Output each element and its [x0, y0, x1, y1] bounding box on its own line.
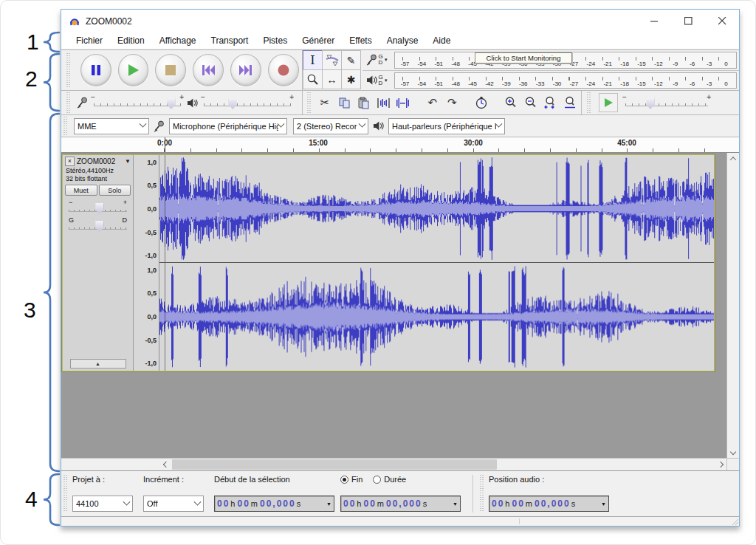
draw-tool-button[interactable]: ✎ [341, 50, 361, 70]
maximize-button[interactable] [671, 10, 705, 32]
playback-device-select[interactable]: Haut-parleurs (Périphérique I [388, 118, 505, 134]
stop-button[interactable] [155, 54, 186, 86]
scroll-up-button[interactable] [728, 153, 739, 165]
multi-tool-button[interactable]: ✱ [341, 69, 361, 89]
vertical-ruler-left-channel[interactable]: 1,00,50,0-0,5-1,0 [134, 155, 159, 263]
record-button[interactable] [268, 54, 299, 86]
minimize-button[interactable] [637, 10, 671, 32]
scrollbar-track[interactable] [172, 459, 714, 470]
timefield-dropdown-icon[interactable]: ▼ [453, 501, 458, 507]
recording-volume-thumb[interactable] [167, 98, 175, 109]
redo-button[interactable]: ↷ [443, 94, 461, 112]
playback-meter[interactable]: GD ▼ -57-54-51-48-45-42-39-36-33-30-27-2… [362, 71, 739, 91]
resize-grip-icon[interactable] [731, 518, 738, 525]
horizontal-scrollbar[interactable] [61, 458, 739, 470]
length-radio[interactable]: Durée [373, 475, 406, 484]
scrollbar-thumb[interactable] [172, 459, 497, 470]
menu-item[interactable]: Transport [204, 33, 256, 48]
envelope-tool-button[interactable] [322, 50, 342, 70]
recording-channels-select[interactable]: 2 (Stereo) Recor [293, 118, 368, 134]
selection-start-field[interactable]: 00h 00m 00,000s ▼ [214, 496, 334, 512]
recording-volume-slider[interactable]: − + [91, 95, 184, 110]
window-title: ZOOM0002 [86, 16, 132, 27]
playback-volume-slider[interactable]: − + [201, 95, 294, 110]
silence-audio-button[interactable] [394, 94, 411, 112]
zoom-in-icon [504, 96, 518, 109]
close-button[interactable] [705, 10, 739, 32]
menu-item[interactable]: Pistes [255, 33, 295, 48]
toolbar-grip[interactable] [63, 117, 69, 135]
snap-select[interactable]: Off [143, 496, 204, 512]
paste-button[interactable] [355, 94, 373, 112]
menu-item[interactable]: Analyse [379, 33, 426, 48]
menu-item[interactable]: Edition [110, 33, 152, 48]
toolbar-grip[interactable] [479, 475, 485, 513]
menu-item[interactable]: Fichier [69, 33, 110, 48]
track-control-panel[interactable]: × ZOOM0002 ▼ Stéréo,44100Hz 32 bits flot… [63, 155, 134, 371]
cut-button[interactable]: ✂ [316, 94, 334, 112]
track-close-button[interactable]: × [65, 157, 75, 166]
toolbar-grip[interactable] [586, 92, 592, 113]
play-button[interactable] [118, 54, 149, 86]
zoom-selection-button[interactable] [541, 94, 559, 112]
gain-slider[interactable]: − + [69, 200, 127, 215]
zoom-out-button[interactable] [522, 94, 540, 112]
undo-button[interactable]: ↶ [424, 94, 441, 112]
scroll-left-button[interactable] [159, 459, 172, 470]
monitoring-tooltip[interactable]: Click to Start Monitoring [475, 52, 572, 64]
pan-slider[interactable]: G D [69, 218, 127, 233]
scroll-down-button[interactable] [728, 446, 739, 458]
copy-button[interactable] [335, 94, 353, 112]
vertical-ruler-right-channel[interactable]: 1,00,50,0-0,5-1,0 [134, 263, 159, 371]
waveform-right-channel[interactable] [159, 263, 714, 371]
meter-dropdown-icon[interactable]: ▼ [384, 58, 388, 62]
menu-item[interactable]: Effets [342, 33, 379, 48]
pan-thumb[interactable] [95, 221, 103, 232]
skip-to-end-button[interactable] [230, 54, 261, 86]
playback-speed-slider[interactable]: − + [622, 95, 711, 110]
timeline-ruler[interactable]: 0:0015:0030:0045:00 [61, 137, 739, 153]
skip-to-start-button[interactable] [193, 54, 224, 86]
timeshift-tool-button[interactable]: ↔ [322, 69, 342, 89]
zoom-tool-button[interactable] [303, 69, 323, 89]
audio-position-field[interactable]: 00h 00m 00,000s ▼ [489, 496, 609, 512]
track-menu-button[interactable]: ▼ [125, 158, 131, 165]
toolbar-row-1: I ✎ ↔ ✱ GD ▼ -57-54-51-48-45- [61, 49, 739, 90]
selection-tool-button[interactable]: I [303, 50, 323, 70]
recording-device-select[interactable]: Microphone (Périphérique Hig [169, 118, 287, 134]
solo-button[interactable]: Solo [99, 185, 131, 196]
mute-button[interactable]: Muet [65, 185, 97, 196]
toolbar-grip[interactable] [66, 92, 72, 113]
play-at-speed-button[interactable] [599, 93, 618, 112]
toolbar-grip[interactable] [66, 53, 72, 87]
track-viewport[interactable]: × ZOOM0002 ▼ Stéréo,44100Hz 32 bits flot… [61, 153, 726, 458]
menu-item[interactable]: Générer [295, 33, 342, 48]
playback-speed-thumb[interactable] [646, 98, 654, 109]
title-bar[interactable]: ZOOM0002 [61, 10, 739, 32]
meter-dropdown-icon[interactable]: ▼ [384, 78, 388, 83]
zoom-in-button[interactable] [502, 94, 520, 112]
playback-volume-thumb[interactable] [229, 98, 237, 109]
vertical-scrollbar[interactable] [726, 153, 739, 458]
project-rate-select[interactable]: 44100 [72, 496, 133, 512]
zoom-fit-button[interactable] [561, 94, 579, 112]
gain-thumb[interactable] [95, 203, 103, 214]
waveform-left-channel[interactable] [159, 155, 714, 263]
menu-item[interactable]: Aide [425, 33, 458, 48]
audio-host-select[interactable]: MME [74, 118, 149, 134]
scroll-right-button[interactable] [714, 459, 726, 470]
selection-end-field[interactable]: 00h 00m 00,000s ▼ [340, 496, 461, 512]
sync-lock-button[interactable] [472, 94, 490, 112]
end-radio[interactable]: Fin [340, 475, 362, 484]
track-collapse-button[interactable]: ▲ [70, 359, 126, 369]
recording-meter[interactable]: GD ▼ -57-54-51-48-45-42-39-36-33-30-27-2… [362, 50, 739, 71]
pause-button[interactable] [80, 54, 111, 86]
menu-item[interactable]: Affichage [152, 33, 204, 48]
toolbar-grip[interactable] [63, 475, 69, 513]
timefield-dropdown-icon[interactable]: ▼ [601, 501, 606, 507]
timefield-dropdown-icon[interactable]: ▼ [326, 501, 331, 507]
audio-track[interactable]: × ZOOM0002 ▼ Stéréo,44100Hz 32 bits flot… [62, 154, 715, 371]
toolbar-grip[interactable] [306, 92, 312, 113]
trim-audio-button[interactable] [374, 94, 392, 112]
playback-meter-scale[interactable]: -57-54-51-48-45-42-39-36-33-30-27-24-21-… [394, 72, 737, 89]
